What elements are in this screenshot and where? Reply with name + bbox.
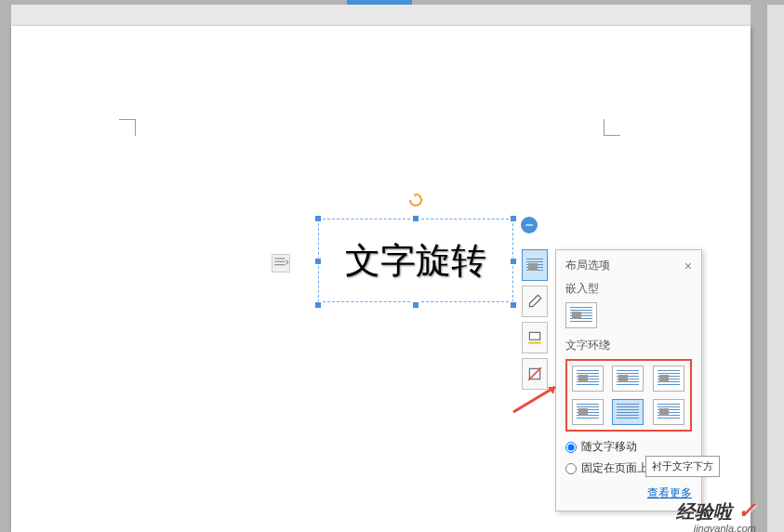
textbox[interactable]: 文字旋转	[318, 219, 513, 302]
wrap-top-bottom-option[interactable]	[572, 399, 604, 425]
inline-wrap-option[interactable]	[565, 302, 597, 328]
svg-rect-0	[274, 258, 285, 259]
textbox-text: 文字旋转	[345, 237, 486, 285]
vertical-scrollbar[interactable]	[767, 5, 784, 532]
rotate-handle[interactable]	[408, 193, 423, 207]
resize-handle-mr[interactable]	[510, 258, 517, 265]
wrap-behind-text-option[interactable]	[612, 399, 644, 425]
svg-line-8	[513, 387, 555, 412]
resize-handle-ml[interactable]	[314, 258, 322, 265]
watermark-url: jingyanla.com	[694, 523, 756, 532]
crop-tool-button[interactable]	[522, 358, 548, 390]
radio-fixed-label: 固定在页面上	[581, 460, 648, 476]
panel-title: 布局选项	[565, 258, 610, 273]
margin-corner-top-left	[119, 119, 136, 136]
watermark-text: 经验啦	[676, 501, 732, 522]
radio-move-label: 随文字移动	[581, 439, 637, 455]
radio-move-with-text[interactable]: 随文字移动	[565, 439, 692, 455]
margin-corner-top-right	[604, 119, 620, 136]
radio-fixed-input[interactable]	[565, 463, 577, 474]
wrap-front-text-option[interactable]	[653, 399, 684, 425]
fill-tool-button[interactable]	[522, 322, 548, 353]
wrap-tight-option[interactable]	[612, 366, 644, 392]
resize-handle-tr[interactable]	[510, 215, 517, 222]
svg-line-7	[528, 367, 541, 380]
floating-toolbar	[522, 249, 548, 390]
edit-tool-button[interactable]	[522, 286, 548, 317]
textbox-selection[interactable]: 文字旋转	[318, 198, 513, 305]
watermark-logo: 经验啦 ✓	[676, 498, 756, 525]
wrap-square-option[interactable]	[572, 366, 604, 392]
wrap-grid-highlight	[565, 359, 692, 432]
resize-handle-bl[interactable]	[314, 301, 322, 309]
wrap-section-label: 文字环绕	[565, 338, 692, 353]
resize-handle-tl[interactable]	[314, 215, 322, 222]
resize-handle-br[interactable]	[510, 301, 517, 309]
paragraph-options-button[interactable]	[272, 254, 290, 273]
ruler	[11, 5, 751, 26]
svg-rect-5	[528, 342, 541, 344]
document-canvas[interactable]: 文字旋转 布局选项 × 嵌入型	[11, 26, 751, 532]
inline-section-label: 嵌入型	[565, 281, 692, 297]
layout-tool-button[interactable]	[522, 249, 548, 281]
watermark-check-icon: ✓	[737, 498, 756, 523]
svg-rect-1	[274, 261, 285, 262]
layout-options-trigger[interactable]	[521, 217, 538, 233]
resize-handle-bm[interactable]	[412, 301, 419, 309]
svg-rect-3	[525, 224, 533, 225]
svg-rect-2	[274, 264, 285, 265]
resize-handle-tm[interactable]	[412, 215, 419, 222]
panel-close-button[interactable]: ×	[684, 259, 692, 273]
radio-move-input[interactable]	[565, 442, 577, 453]
wrap-through-option[interactable]	[653, 366, 684, 392]
svg-rect-4	[529, 332, 539, 339]
wrap-option-tooltip: 衬于文字下方	[645, 456, 720, 477]
